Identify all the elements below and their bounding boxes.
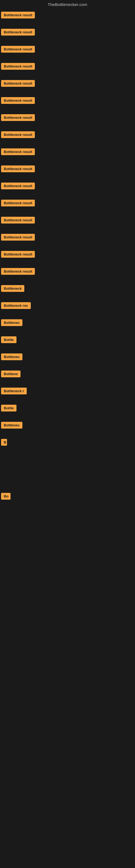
list-item: Bottleneck result <box>1 249 135 267</box>
list-item: Bottleneck result <box>1 113 135 130</box>
bottleneck-result-label[interactable]: Bo <box>1 493 10 500</box>
list-item: Bottleneck result <box>1 44 135 61</box>
bottleneck-result-label[interactable]: Bottleneck result <box>1 199 35 207</box>
list-item <box>1 482 135 491</box>
bottleneck-result-label[interactable]: Bottleneck r <box>1 388 27 394</box>
list-item <box>1 536 135 545</box>
list-item: Bottleneck result <box>1 61 135 79</box>
bottleneck-result-label[interactable]: Bottle <box>1 405 16 411</box>
list-item: Bottlene <box>1 369 135 386</box>
bottleneck-result-label[interactable]: Bottleneck result <box>1 268 35 275</box>
list-item <box>1 508 135 518</box>
bottleneck-result-label[interactable]: Bottleneck result <box>1 114 35 121</box>
list-item: Bottleneck r <box>1 386 135 403</box>
list-item: Bottlenec <box>1 318 135 335</box>
bottleneck-result-label[interactable]: Bottleneck result <box>1 12 35 19</box>
bottleneck-list: Bottleneck resultBottleneck resultBottle… <box>0 10 135 545</box>
bottleneck-result-label[interactable]: Bottleneck result <box>1 217 35 223</box>
bottleneck-result-label[interactable]: Bottleneck result <box>1 183 35 189</box>
list-item <box>1 454 135 464</box>
bottleneck-result-label[interactable]: Bottleneck result <box>1 80 35 87</box>
list-item: Bottleneck result <box>1 147 135 164</box>
bottleneck-result-label[interactable]: Bottleneck result <box>1 63 35 70</box>
header: TheBottlenecker.com <box>0 0 135 10</box>
bottleneck-result-label[interactable]: Bottlenec <box>1 422 22 429</box>
list-item: Bottleneck result <box>1 95 135 113</box>
list-item: Bottleneck result <box>1 164 135 181</box>
list-item: Bottleneck result <box>1 79 135 95</box>
list-item: Bottlenec <box>1 352 135 369</box>
bottleneck-result-label[interactable]: Bottleneck result <box>1 234 35 241</box>
list-item: Bottleneck result <box>1 181 135 198</box>
bottleneck-result-label[interactable]: B <box>1 439 7 446</box>
bottleneck-result-label[interactable]: Bottle <box>1 336 16 343</box>
list-item: Bottleneck result <box>1 267 135 283</box>
bottleneck-result-label[interactable]: Bottleneck res <box>1 302 31 309</box>
bottleneck-result-label[interactable]: Bottleneck result <box>1 131 35 138</box>
bottleneck-result-label[interactable]: Bottleneck result <box>1 29 35 35</box>
list-item: Bottle <box>1 403 135 420</box>
list-item <box>1 518 135 527</box>
list-item: B <box>1 437 135 454</box>
list-item: Bottleneck res <box>1 301 135 318</box>
list-item: Bottleneck result <box>1 215 135 232</box>
list-item: Bottleneck <box>1 283 135 301</box>
list-item <box>1 473 135 482</box>
bottleneck-result-label[interactable]: Bottleneck result <box>1 251 35 258</box>
list-item: Bottlenec <box>1 420 135 437</box>
list-item: Bottleneck result <box>1 130 135 147</box>
bottleneck-result-label[interactable]: Bottlenec <box>1 319 22 326</box>
list-item <box>1 527 135 536</box>
list-item: Bottleneck result <box>1 27 135 44</box>
bottleneck-result-label[interactable]: Bottleneck result <box>1 165 35 172</box>
list-item <box>1 464 135 473</box>
bottleneck-result-label[interactable]: Bottleneck result <box>1 148 35 155</box>
list-item: Bottle <box>1 335 135 352</box>
list-item: Bottleneck result <box>1 232 135 249</box>
bottleneck-result-label[interactable]: Bottleneck result <box>1 46 35 53</box>
list-item: Bo <box>1 491 135 508</box>
list-item: Bottleneck result <box>1 10 135 27</box>
bottleneck-result-label[interactable]: Bottleneck result <box>1 97 35 104</box>
site-title: TheBottlenecker.com <box>0 0 135 10</box>
bottleneck-result-label[interactable]: Bottlene <box>1 371 20 377</box>
list-item: Bottleneck result <box>1 198 135 215</box>
bottleneck-result-label[interactable]: Bottlenec <box>1 353 22 360</box>
bottleneck-result-label[interactable]: Bottleneck <box>1 285 24 292</box>
